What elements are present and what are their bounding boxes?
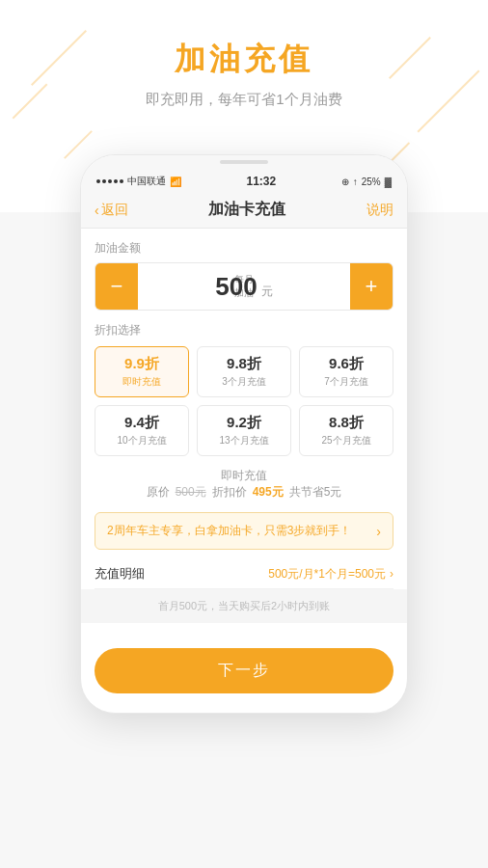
page-subtitle: 即充即用，每年可省1个月油费 — [0, 91, 488, 109]
discount-price: 495元 — [253, 484, 284, 501]
nav-title: 加油卡充值 — [208, 200, 285, 220]
status-right: ⊕ ↑ 25% ▓ — [341, 176, 392, 187]
discount-section-label: 折扣选择 — [95, 322, 393, 339]
signal-dot-1 — [96, 179, 100, 183]
phone-speaker — [220, 160, 268, 164]
price-line: 原价 500元 折扣价 495元 共节省5元 — [95, 484, 393, 501]
discount-item-5[interactable]: 8.8折 25个月充值 — [299, 405, 393, 456]
discount-item-1[interactable]: 9.8折 3个月充值 — [197, 346, 291, 397]
promo-arrow-icon: › — [376, 524, 381, 539]
info-section: 即时充值 原价 500元 折扣价 495元 共节省5元 — [95, 468, 393, 501]
discount-item-3[interactable]: 9.4折 10个月充值 — [95, 405, 189, 456]
phone-top — [81, 155, 407, 169]
discount-rate-0: 9.9折 — [99, 355, 184, 373]
main-content: 加油金额 − 每月加油 500 元 + 折扣选择 9.9折 即时充值 9.8折 … — [81, 240, 407, 589]
discount-item-2[interactable]: 9.6折 7个月充值 — [299, 346, 393, 397]
recharge-detail-row[interactable]: 充值明细 500元/月*1个月=500元 › — [95, 559, 393, 589]
amount-increase-button[interactable]: + — [350, 263, 393, 310]
signal-dot-5 — [120, 179, 123, 183]
recharge-detail-label: 充值明细 — [95, 565, 145, 583]
discount-rate-4: 9.2折 — [202, 414, 286, 432]
recharge-detail-arrow-icon: › — [390, 567, 393, 581]
discount-price-label: 折扣价 — [212, 484, 247, 501]
help-button[interactable]: 说明 — [366, 202, 393, 219]
promo-banner[interactable]: 2周年车主专享，白拿加油卡，只需3步就到手！ › — [95, 512, 393, 550]
back-label: 返回 — [101, 202, 128, 219]
back-button[interactable]: ‹ 返回 — [95, 202, 128, 219]
promo-text: 2周年车主专享，白拿加油卡，只需3步就到手！ — [107, 523, 351, 539]
location-icon: ⊕ — [341, 176, 349, 187]
discount-rate-3: 9.4折 — [99, 414, 184, 432]
signal-dot-2 — [102, 179, 106, 183]
phone-mockup: 中国联通 📶 11:32 ⊕ ↑ 25% ▓ ‹ 返回 加油卡充值 说明 加油金… — [80, 154, 408, 714]
discount-desc-1: 3个月充值 — [202, 375, 286, 389]
status-left: 中国联通 📶 — [96, 175, 181, 188]
deco-line-5 — [64, 130, 93, 159]
hint-text: 首月500元，当天购买后2小时内到账 — [80, 589, 408, 623]
discount-desc-5: 25个月充值 — [304, 434, 389, 448]
battery-icon: ↑ — [353, 176, 358, 187]
amount-decrease-button[interactable]: − — [95, 263, 138, 310]
save-text: 共节省5元 — [289, 484, 342, 501]
recharge-detail-value: 500元/月*1个月=500元 › — [268, 566, 393, 583]
recharge-detail-text: 500元/月*1个月=500元 — [268, 566, 386, 583]
submit-section: 下一步 — [81, 623, 407, 693]
battery-bar-icon: ▓ — [385, 176, 392, 187]
wifi-icon: 📶 — [170, 176, 181, 187]
signal-dots — [96, 179, 123, 183]
nav-bar: ‹ 返回 加油卡充值 说明 — [81, 192, 407, 229]
status-time: 11:32 — [246, 175, 276, 188]
discount-desc-0: 即时充值 — [99, 375, 184, 389]
discount-desc-2: 7个月充值 — [304, 375, 389, 389]
discount-item-4[interactable]: 9.2折 13个月充值 — [197, 405, 291, 456]
status-bar: 中国联通 📶 11:32 ⊕ ↑ 25% ▓ — [81, 169, 407, 192]
discount-grid: 9.9折 即时充值 9.8折 3个月充值 9.6折 7个月充值 9.4折 10个… — [95, 346, 393, 456]
original-price: 500元 — [176, 484, 206, 501]
amount-section-label: 加油金额 — [95, 240, 393, 257]
carrier-label: 中国联通 — [127, 175, 166, 188]
discount-rate-2: 9.6折 — [304, 355, 389, 373]
discount-desc-4: 13个月充值 — [202, 434, 286, 448]
original-price-label: 原价 — [147, 484, 170, 501]
submit-button[interactable]: 下一步 — [95, 648, 393, 693]
info-mode: 即时充值 — [95, 468, 393, 484]
amount-unit: 元 — [261, 284, 273, 300]
discount-item-0[interactable]: 9.9折 即时充值 — [95, 346, 189, 397]
amount-number: 500 — [215, 272, 257, 302]
discount-desc-3: 10个月充值 — [99, 434, 184, 448]
back-chevron-icon: ‹ — [95, 203, 99, 218]
discount-rate-5: 8.8折 — [304, 414, 389, 432]
signal-dot-4 — [114, 179, 118, 183]
signal-dot-3 — [108, 179, 112, 183]
battery-percent: 25% — [362, 176, 381, 187]
discount-rate-1: 9.8折 — [202, 355, 286, 373]
amount-row: − 每月加油 500 元 + — [95, 262, 393, 311]
amount-display: 500 元 — [215, 272, 272, 302]
